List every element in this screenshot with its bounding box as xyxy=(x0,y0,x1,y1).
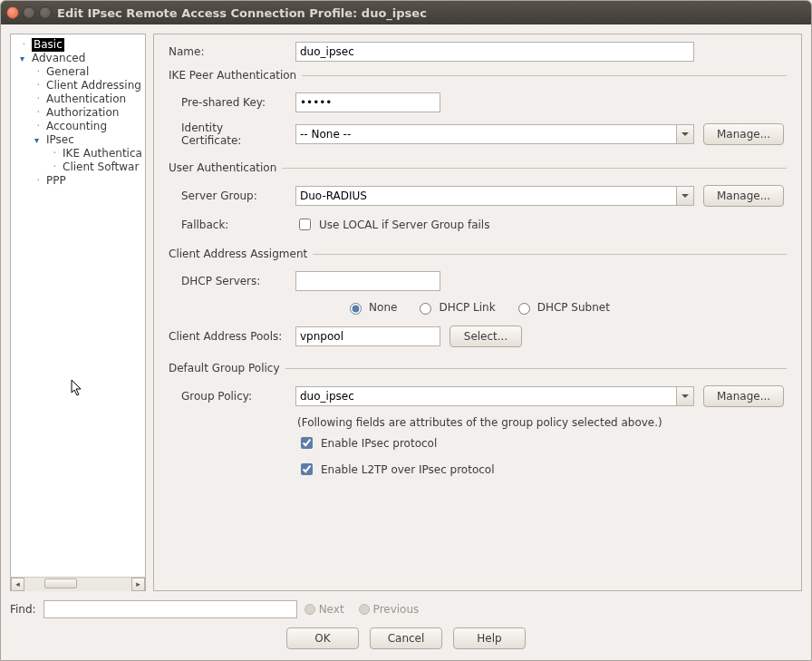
fallback-label: Fallback: xyxy=(169,219,286,231)
titlebar: Edit IPsec Remote Access Connection Prof… xyxy=(1,1,811,24)
scroll-track[interactable] xyxy=(24,578,131,591)
tree-item-authentication[interactable]: · Authentication xyxy=(18,92,145,106)
cancel-button[interactable]: Cancel xyxy=(370,627,442,649)
find-label: Find: xyxy=(10,603,36,616)
tree-item-basic[interactable]: · Basic xyxy=(18,38,145,52)
tree-item-client-addressing[interactable]: · Client Addressing xyxy=(18,79,145,92)
dhcp-radio-link[interactable]: DHCP Link xyxy=(415,300,495,315)
sidebar: · Basic ▾ Advanced · General · Client Ad… xyxy=(10,34,146,591)
group-policy-label: Group Policy: xyxy=(169,390,286,403)
ike-peer-auth-group: IKE Peer Authentication Pre-shared Key: … xyxy=(169,69,787,156)
window: Edit IPsec Remote Access Connection Prof… xyxy=(0,0,812,661)
scroll-thumb[interactable] xyxy=(44,578,77,588)
name-label: Name: xyxy=(169,45,286,58)
chevron-down-icon[interactable] xyxy=(676,124,694,144)
tree-item-authorization[interactable]: · Authorization xyxy=(18,106,145,120)
idcert-label: Identity Certificate: xyxy=(169,122,286,147)
server-group-manage-button[interactable]: Manage... xyxy=(703,185,784,207)
idcert-select[interactable] xyxy=(295,124,676,144)
help-button[interactable]: Help xyxy=(453,627,526,649)
tree-item-ipsec[interactable]: ▾ IPsec xyxy=(18,133,145,147)
client-address-group: Client Address Assigment DHCP Servers: N… xyxy=(169,248,787,356)
nav-tree: · Basic ▾ Advanced · General · Client Ad… xyxy=(11,34,145,577)
group-policy-select[interactable] xyxy=(295,386,676,406)
chevron-down-icon[interactable] xyxy=(676,386,694,406)
dhcp-radio-subnet[interactable]: DHCP Subnet xyxy=(514,300,610,315)
tree-leaf-icon: · xyxy=(34,92,43,106)
sidebar-scrollbar[interactable]: ◂ ▸ xyxy=(11,577,145,590)
scroll-right-icon[interactable]: ▸ xyxy=(131,578,145,591)
window-close-icon[interactable] xyxy=(6,6,19,19)
server-group-label: Server Group: xyxy=(169,190,286,202)
scroll-left-icon[interactable]: ◂ xyxy=(11,578,24,591)
tree-leaf-icon: · xyxy=(51,147,59,160)
tree-expand-icon[interactable]: ▾ xyxy=(20,54,28,63)
window-title: Edit IPsec Remote Access Connection Prof… xyxy=(57,6,427,20)
tree-leaf-icon: · xyxy=(34,65,43,79)
main-panel: Name: IKE Peer Authentication Pre-shared… xyxy=(153,34,802,591)
dhcp-input[interactable] xyxy=(295,271,440,291)
ike-peer-auth-title: IKE Peer Authentication xyxy=(169,69,302,82)
default-group-policy-title: Default Group Policy xyxy=(169,362,285,374)
tree-leaf-icon: · xyxy=(20,38,28,52)
tree-leaf-icon: · xyxy=(34,79,43,92)
default-group-policy-group: Default Group Policy Group Policy: Manag… xyxy=(169,362,787,487)
client-address-title: Client Address Assigment xyxy=(169,248,313,260)
user-auth-group: User Authentication Server Group: Manage… xyxy=(169,161,787,242)
group-policy-note: (Following fields are attributes of the … xyxy=(297,416,787,429)
name-input[interactable] xyxy=(295,42,694,62)
pools-input[interactable] xyxy=(295,326,440,346)
group-policy-manage-button[interactable]: Manage... xyxy=(703,385,784,407)
tree-item-accounting[interactable]: · Accounting xyxy=(18,120,145,133)
find-next-button[interactable]: Next xyxy=(304,603,344,616)
circle-icon xyxy=(359,604,370,615)
find-prev-button[interactable]: Previous xyxy=(359,603,420,616)
dhcp-radio-none[interactable]: None xyxy=(345,300,397,315)
fallback-checkbox[interactable]: Use LOCAL if Server Group fails xyxy=(295,216,489,233)
tree-leaf-icon: · xyxy=(34,174,43,188)
enable-l2tp-checkbox[interactable]: Enable L2TP over IPsec protocol xyxy=(297,461,495,478)
window-minimize-icon[interactable] xyxy=(23,6,35,19)
chevron-down-icon[interactable] xyxy=(676,186,694,206)
user-auth-title: User Authentication xyxy=(169,161,282,174)
idcert-manage-button[interactable]: Manage... xyxy=(703,123,784,145)
tree-item-general[interactable]: · General xyxy=(18,65,145,79)
dialog-buttons: OK Cancel Help xyxy=(1,618,811,660)
find-input[interactable] xyxy=(44,600,297,618)
dhcp-label: DHCP Servers: xyxy=(169,275,286,287)
mouse-cursor-icon xyxy=(71,379,83,397)
ok-button[interactable]: OK xyxy=(286,627,359,649)
tree-item-advanced[interactable]: ▾ Advanced xyxy=(18,52,145,65)
find-bar: Find: Next Previous xyxy=(1,597,811,618)
tree-leaf-icon: · xyxy=(51,160,59,174)
tree-leaf-icon: · xyxy=(34,120,43,133)
tree-leaf-icon: · xyxy=(34,106,43,120)
enable-ipsec-checkbox[interactable]: Enable IPsec protocol xyxy=(297,434,437,452)
tree-item-client-software[interactable]: · Client Softwar xyxy=(18,160,145,174)
psk-label: Pre-shared Key: xyxy=(169,96,286,109)
pools-label: Client Address Pools: xyxy=(169,330,286,343)
tree-expand-icon[interactable]: ▾ xyxy=(34,136,43,144)
window-maximize-icon[interactable] xyxy=(39,6,52,19)
psk-input[interactable] xyxy=(295,92,440,112)
dhcp-radio-group: None DHCP Link DHCP Subnet xyxy=(169,300,787,315)
tree-item-ike-auth[interactable]: · IKE Authentica xyxy=(18,147,145,160)
pools-select-button[interactable]: Select... xyxy=(450,326,522,347)
tree-item-ppp[interactable]: · PPP xyxy=(18,174,145,188)
circle-icon xyxy=(304,604,315,615)
server-group-select[interactable] xyxy=(295,186,676,206)
